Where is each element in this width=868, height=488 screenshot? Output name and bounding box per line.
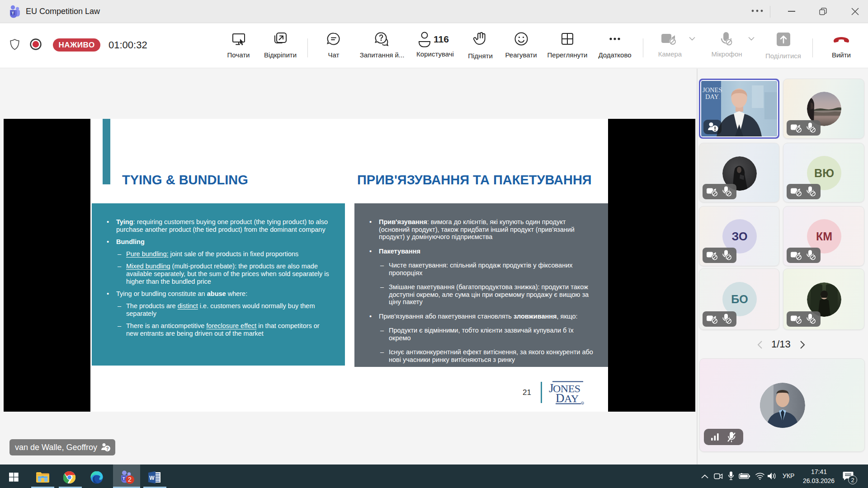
svg-text:D: D xyxy=(556,391,565,405)
svg-text:T: T xyxy=(123,476,125,481)
svg-text:AY: AY xyxy=(564,393,579,404)
svg-text:R: R xyxy=(582,402,583,404)
svg-text:DAY.: DAY. xyxy=(705,93,720,100)
svg-text:JONES: JONES xyxy=(703,86,722,94)
svg-text:W: W xyxy=(149,475,155,481)
svg-text:T: T xyxy=(11,11,14,15)
svg-text:?: ? xyxy=(106,446,108,451)
